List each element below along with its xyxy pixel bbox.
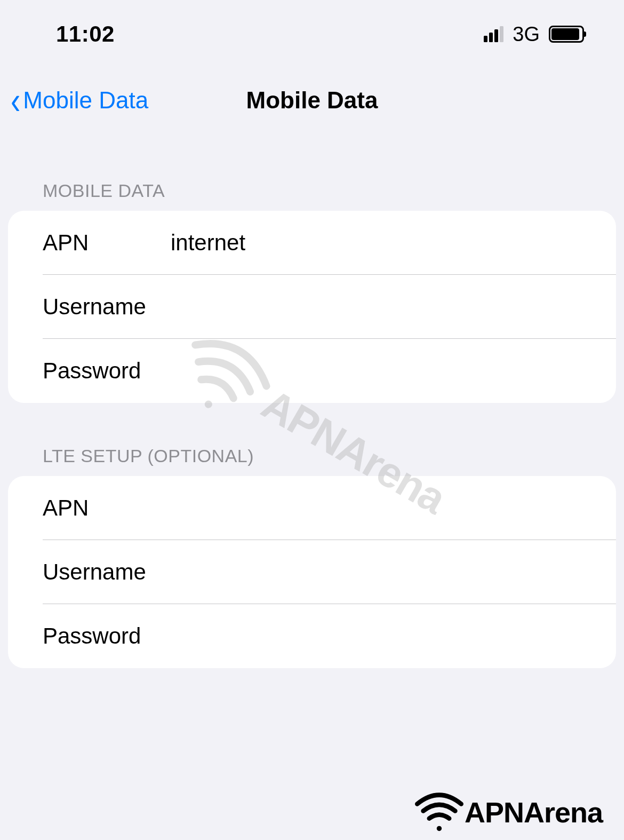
wifi-icon xyxy=(414,792,465,832)
group-mobile-data: APN Username Password xyxy=(8,211,616,403)
input-lte-password[interactable] xyxy=(171,623,581,649)
chevron-left-icon: ‹ xyxy=(11,78,20,122)
row-apn[interactable]: APN xyxy=(8,211,616,275)
network-type: 3G xyxy=(513,23,540,46)
input-lte-apn[interactable] xyxy=(171,495,581,521)
section-header-mobile-data: MOBILE DATA xyxy=(0,180,624,201)
status-bar: 11:02 3G xyxy=(0,0,624,63)
back-label: Mobile Data xyxy=(23,87,148,114)
row-lte-password[interactable]: Password xyxy=(8,604,616,668)
row-lte-username[interactable]: Username xyxy=(8,540,616,604)
label-password: Password xyxy=(43,358,171,384)
input-password[interactable] xyxy=(171,358,581,384)
battery-icon xyxy=(549,26,584,43)
page-title: Mobile Data xyxy=(246,87,378,114)
label-lte-password: Password xyxy=(43,623,171,649)
label-apn: APN xyxy=(43,230,171,256)
footer-logo-text: APNArena xyxy=(465,796,603,829)
label-lte-username: Username xyxy=(43,559,171,585)
section-header-lte-setup: LTE SETUP (OPTIONAL) xyxy=(0,446,624,466)
label-lte-apn: APN xyxy=(43,495,171,521)
row-username[interactable]: Username xyxy=(8,275,616,339)
group-lte-setup: APN Username Password xyxy=(8,476,616,668)
signal-icon xyxy=(484,26,503,42)
input-lte-username[interactable] xyxy=(171,559,581,585)
input-apn[interactable] xyxy=(171,230,581,256)
status-time: 11:02 xyxy=(56,21,115,47)
back-button[interactable]: ‹ Mobile Data xyxy=(11,83,148,117)
status-indicators: 3G xyxy=(484,23,584,46)
navigation-bar: ‹ Mobile Data Mobile Data xyxy=(0,63,624,124)
label-username: Username xyxy=(43,294,171,320)
row-lte-apn[interactable]: APN xyxy=(8,476,616,540)
footer-logo: APNArena xyxy=(414,792,603,832)
row-password[interactable]: Password xyxy=(8,339,616,403)
input-username[interactable] xyxy=(171,294,581,320)
